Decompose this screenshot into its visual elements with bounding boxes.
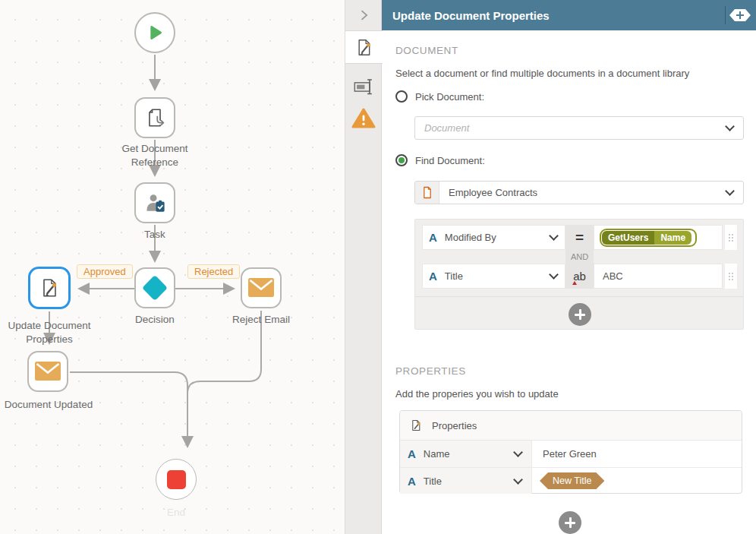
filter-builder: A Modified By = GetUsers Name AND A Titl…: [414, 219, 744, 330]
properties-grid: Properties A Name Peter Green A Title: [399, 410, 742, 494]
property-row: A Title New Title: [400, 467, 742, 494]
property-value-field[interactable]: Peter Green: [532, 441, 742, 467]
find-document-label: Find Document:: [415, 155, 485, 166]
chevron-down-icon: [725, 186, 735, 196]
find-document-radio[interactable]: [395, 154, 408, 166]
library-icon-cell: [415, 182, 439, 204]
document-library-dropdown[interactable]: Employee Contracts: [414, 181, 744, 204]
end-node[interactable]: [156, 459, 197, 500]
user-task-icon: [143, 191, 167, 215]
filter-field-label: Modified By: [445, 232, 496, 243]
document-icon: [422, 186, 433, 199]
conjunction-toggle[interactable]: AND: [565, 251, 594, 263]
warning-icon: [351, 107, 376, 130]
document-updated-node[interactable]: [27, 351, 68, 392]
text-field-type-icon: A: [429, 270, 437, 283]
property-field-dropdown[interactable]: A Name: [400, 441, 532, 467]
equals-operator[interactable]: =: [565, 225, 594, 250]
document-edit-icon: [354, 37, 374, 58]
rename-field-icon: [352, 75, 375, 98]
filter-divider: [415, 296, 743, 297]
reference-token-source: GetUsers: [602, 231, 654, 245]
panel-content: DOCUMENT Select a document or find multi…: [382, 30, 756, 534]
tab-document-properties[interactable]: [345, 30, 383, 64]
branch-label-approved: Approved: [77, 264, 133, 279]
filter-value-field[interactable]: ABC: [594, 264, 723, 289]
panel-title: Update Document Properties: [392, 9, 550, 22]
chevron-down-icon: [549, 231, 559, 241]
stop-icon: [167, 470, 186, 489]
workflow-designer: Get Document Reference Task Decision App…: [0, 0, 756, 534]
document-edit-icon: [409, 419, 423, 432]
decision-diamond-icon: [142, 275, 168, 301]
pick-document-dropdown[interactable]: Document: [414, 116, 744, 140]
update-document-properties-node[interactable]: [28, 267, 71, 309]
properties-section-heading: PROPERTIES: [395, 365, 466, 377]
property-field-dropdown[interactable]: A Title: [400, 468, 532, 494]
property-field-label: Title: [424, 476, 442, 487]
properties-grid-header: Properties: [400, 411, 742, 441]
document-section-description: Select a document or find multiple docum…: [395, 68, 689, 79]
library-value: Employee Contracts: [449, 187, 537, 198]
tab-rename[interactable]: [345, 70, 382, 103]
chevron-down-icon: [549, 270, 559, 280]
chevron-down-icon: [513, 447, 523, 457]
decision-node[interactable]: [134, 267, 175, 308]
filter-field-label: Title: [445, 270, 463, 282]
document-reference-icon: [143, 106, 166, 129]
chevron-right-icon: [356, 8, 371, 23]
branch-label-rejected: Rejected: [187, 264, 240, 279]
filter-value-field[interactable]: GetUsers Name: [594, 225, 723, 250]
chevron-down-icon: [725, 122, 735, 131]
get-document-reference-node[interactable]: [134, 97, 175, 138]
chevron-down-icon: [513, 475, 523, 485]
drag-dots-icon: [729, 273, 730, 274]
header-divider: [725, 6, 726, 24]
node-label: Decision: [124, 313, 185, 327]
filter-field-dropdown[interactable]: A Modified By: [422, 225, 565, 250]
add-property-button[interactable]: [559, 511, 581, 534]
reference-token-property: Name: [654, 231, 691, 245]
properties-grid-title: Properties: [432, 420, 477, 431]
task-node[interactable]: [134, 182, 175, 223]
property-row: A Name Peter Green: [400, 441, 742, 467]
property-field-label: Name: [424, 448, 450, 460]
node-label: Task: [132, 228, 178, 242]
dropdown-placeholder: Document: [424, 122, 469, 134]
add-filter-button[interactable]: [569, 303, 591, 326]
text-field-type-icon: A: [429, 231, 437, 244]
reference-token[interactable]: GetUsers Name: [600, 229, 697, 247]
document-edit-icon: [38, 276, 61, 299]
drag-dots-icon: [729, 234, 730, 235]
node-label: End: [153, 506, 199, 520]
properties-section-description: Add the properies you wish to update: [395, 388, 559, 400]
pick-document-label: Pick Document:: [415, 91, 484, 103]
property-value-field[interactable]: New Title: [532, 468, 742, 494]
text-field-type-icon: A: [408, 447, 416, 460]
email-icon: [248, 278, 274, 298]
plus-icon: [739, 11, 741, 19]
tab-warnings[interactable]: [345, 102, 382, 135]
filter-value-text: ABC: [603, 270, 623, 282]
begins-with-operator[interactable]: ab: [565, 264, 594, 289]
operator-caret-icon: [572, 281, 577, 285]
filter-field-dropdown[interactable]: A Title: [422, 264, 565, 289]
node-label: Update Document Properties: [0, 319, 99, 346]
play-icon: [145, 23, 165, 43]
drag-handle[interactable]: [725, 264, 737, 289]
node-label: Reject Email: [231, 313, 291, 327]
collapse-panel-button[interactable]: [345, 3, 382, 27]
property-value-text: Peter Green: [543, 448, 597, 460]
pick-document-radio[interactable]: [395, 90, 408, 103]
start-node[interactable]: [134, 12, 175, 53]
email-icon: [35, 362, 61, 381]
drag-handle[interactable]: [725, 225, 737, 250]
node-label: Get Document Reference: [102, 142, 208, 169]
panel-header: Update Document Properties: [382, 0, 756, 30]
text-field-type-icon: A: [408, 475, 416, 488]
node-label: Document Updated: [2, 398, 96, 412]
reject-email-node[interactable]: [241, 267, 282, 308]
workflow-canvas[interactable]: Get Document Reference Task Decision App…: [0, 0, 345, 534]
value-tag[interactable]: New Title: [540, 472, 604, 489]
document-section-heading: DOCUMENT: [395, 45, 458, 56]
